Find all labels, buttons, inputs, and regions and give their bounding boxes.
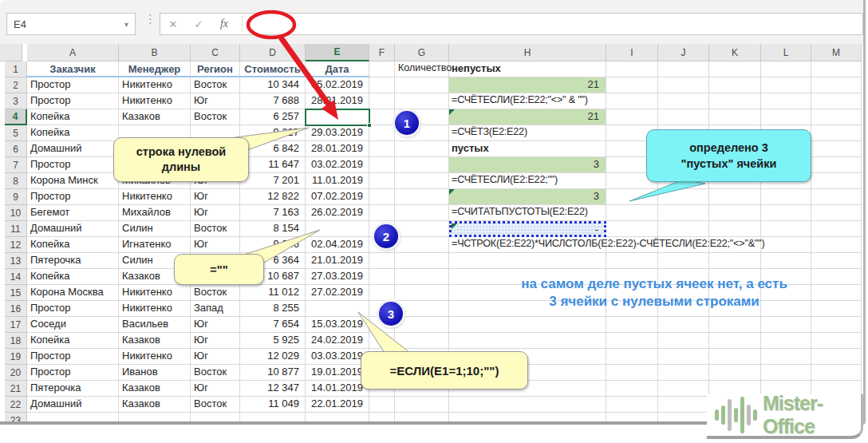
cell-C1[interactable]: Регион	[191, 61, 240, 77]
col-header-F[interactable]: F	[369, 44, 395, 61]
row-header-8[interactable]: 8	[5, 173, 27, 189]
cell-J11[interactable]	[658, 221, 709, 237]
cell-E23[interactable]	[306, 413, 369, 421]
cell-A6[interactable]: Домашний	[27, 141, 119, 157]
cell-G23[interactable]	[395, 413, 449, 421]
cell-M7[interactable]	[811, 157, 862, 173]
cell-J23[interactable]	[658, 413, 709, 421]
row-header-7[interactable]: 7	[5, 157, 27, 173]
cell-H17[interactable]	[449, 317, 606, 333]
cell-C11[interactable]: Восток	[191, 221, 240, 237]
cell-D6[interactable]: 6 842	[240, 141, 306, 157]
cell-B1[interactable]: Менеджер	[119, 61, 191, 77]
cell-J3[interactable]	[658, 93, 709, 109]
cell-C12[interactable]: Юг	[191, 237, 240, 253]
row-header-4[interactable]: 4	[5, 109, 27, 125]
cell-M16[interactable]	[811, 301, 862, 317]
row-header-5[interactable]: 5	[5, 125, 27, 141]
cell-H12[interactable]: =ЧСТРОК(E2:E22)*ЧИСЛСТОЛБ(E2:E22)-СЧЁТЕС…	[449, 237, 606, 253]
cell-A16[interactable]: Простор	[27, 301, 119, 317]
cell-B16[interactable]: Никитенко	[119, 301, 191, 317]
cell-K20[interactable]	[709, 365, 761, 381]
drag-handle-icon[interactable]: ⋮	[144, 15, 156, 22]
cancel-icon[interactable]: ✕	[160, 18, 186, 30]
row-header-3[interactable]: 3	[5, 93, 27, 109]
col-header-H[interactable]: H	[449, 44, 606, 61]
cell-B23[interactable]	[119, 413, 191, 421]
cell-G3[interactable]	[395, 93, 449, 109]
cell-I2[interactable]	[606, 77, 658, 93]
col-header-I[interactable]: I	[606, 44, 658, 61]
cell-M15[interactable]	[811, 285, 862, 301]
cell-L3[interactable]	[761, 93, 811, 109]
cell-L9[interactable]	[761, 189, 811, 205]
cell-H13[interactable]	[449, 253, 606, 269]
row-header-2[interactable]: 2	[5, 77, 27, 93]
cell-G11[interactable]	[395, 221, 449, 237]
cell-K10[interactable]	[709, 205, 761, 221]
cell-E5[interactable]: 29.03.2019	[306, 125, 369, 141]
cell-B21[interactable]: Казаков	[119, 381, 191, 397]
col-header-J[interactable]: J	[658, 44, 709, 61]
cell-K4[interactable]	[709, 109, 761, 125]
cell-A8[interactable]: Корона Минск	[27, 173, 119, 189]
cell-B20[interactable]: Иванов	[119, 365, 191, 381]
cell-B9[interactable]: Никитенко	[119, 189, 191, 205]
cell-E9[interactable]: 07.02.2019	[306, 189, 369, 205]
cell-M5[interactable]	[811, 125, 862, 141]
cell-D20[interactable]: 10 877	[240, 365, 306, 381]
cell-M2[interactable]	[811, 77, 862, 93]
row-header-17[interactable]: 17	[5, 317, 27, 333]
row-header-9[interactable]: 9	[5, 189, 27, 205]
cell-A22[interactable]: Домашний	[27, 397, 119, 413]
cell-L10[interactable]	[761, 205, 811, 221]
cell-E22[interactable]: 22.01.2019	[306, 397, 369, 413]
cell-M3[interactable]	[811, 93, 862, 109]
cell-A20[interactable]: Простор	[27, 365, 119, 381]
row-header-16[interactable]: 16	[5, 301, 27, 317]
cell-A4[interactable]: Копейка	[27, 109, 119, 125]
row-header-12[interactable]: 12	[5, 237, 27, 253]
cell-G6[interactable]	[395, 141, 449, 157]
cell-M6[interactable]	[811, 141, 862, 157]
cell-A3[interactable]: Простор	[27, 93, 119, 109]
cell-J2[interactable]	[658, 77, 709, 93]
cell-F15[interactable]	[369, 285, 395, 301]
cell-D7[interactable]: 11 647	[240, 157, 306, 173]
cell-L11[interactable]	[761, 221, 811, 237]
cell-K2[interactable]	[709, 77, 761, 93]
cell-E6[interactable]: 28.01.2019	[306, 141, 369, 157]
cell-F3[interactable]	[369, 93, 395, 109]
cell-B22[interactable]: Казаков	[119, 397, 191, 413]
chevron-down-icon[interactable]: ▾	[124, 20, 128, 29]
cell-I17[interactable]	[606, 317, 658, 333]
cell-C18[interactable]: Юг	[191, 333, 240, 349]
cell-G15[interactable]	[395, 285, 449, 301]
cell-J13[interactable]	[658, 253, 709, 269]
row-header-19[interactable]: 19	[5, 349, 27, 365]
cell-J19[interactable]	[658, 349, 709, 365]
cell-G14[interactable]	[395, 269, 449, 285]
cell-D23[interactable]	[240, 413, 306, 421]
cell-I1[interactable]	[606, 61, 658, 77]
cell-I20[interactable]	[606, 365, 658, 381]
cell-L4[interactable]	[761, 109, 811, 125]
cell-M9[interactable]	[811, 189, 862, 205]
cell-M20[interactable]	[811, 365, 862, 381]
cell-A5[interactable]: Копейка	[27, 125, 119, 141]
cell-C10[interactable]: Юг	[191, 205, 240, 221]
cell-I13[interactable]	[606, 253, 658, 269]
cell-H8[interactable]: =СЧЁТЕСЛИ(E2:E22;"")	[449, 173, 606, 189]
cell-D22[interactable]: 11 049	[240, 397, 306, 413]
cell-K3[interactable]	[709, 93, 761, 109]
cell-E7[interactable]: 03.02.2019	[306, 157, 369, 173]
row-header-10[interactable]: 10	[5, 205, 27, 221]
cell-E19[interactable]: 03.03.2019	[306, 349, 369, 365]
cell-B15[interactable]: Никитенко	[119, 285, 191, 301]
row-header-13[interactable]: 13	[5, 253, 27, 269]
cell-D3[interactable]: 7 688	[240, 93, 306, 109]
row-header-11[interactable]: 11	[5, 221, 27, 237]
cell-H23[interactable]	[449, 413, 606, 421]
cell-A11[interactable]: Домашний	[27, 221, 119, 237]
cell-F10[interactable]	[369, 205, 395, 221]
